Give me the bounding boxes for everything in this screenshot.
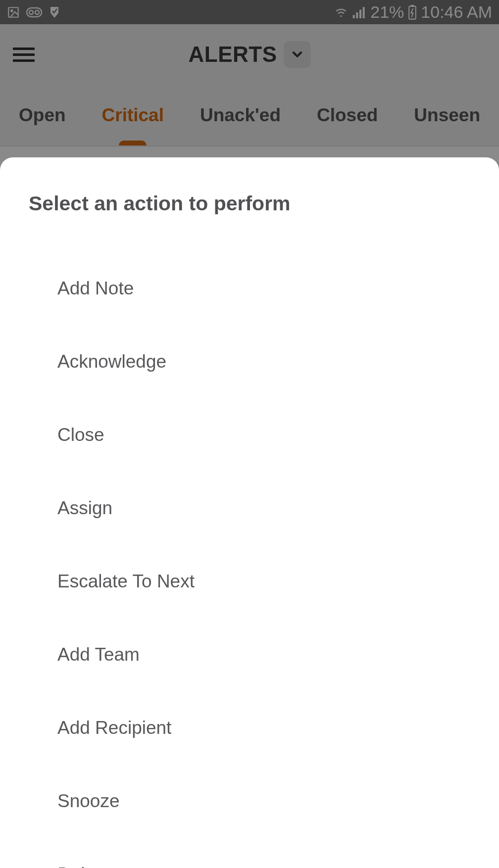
clock-time: 10:46 AM bbox=[421, 2, 492, 22]
tab-unseen[interactable]: Unseen bbox=[405, 105, 489, 126]
tab-unacked[interactable]: Unack'ed bbox=[191, 105, 290, 126]
svg-rect-10 bbox=[411, 5, 414, 6]
battery-charging-icon bbox=[408, 5, 417, 20]
tab-label: Unack'ed bbox=[200, 105, 281, 126]
tab-critical[interactable]: Critical bbox=[93, 105, 173, 126]
action-label: Delete bbox=[57, 864, 110, 868]
battery-percent: 21% bbox=[370, 2, 404, 22]
svg-point-4 bbox=[35, 10, 39, 14]
action-acknowledge[interactable]: Acknowledge bbox=[29, 325, 470, 398]
svg-point-1 bbox=[11, 10, 12, 11]
action-label: Acknowledge bbox=[57, 351, 166, 372]
status-bar: 21% 10:46 AM bbox=[0, 0, 499, 24]
action-label: Add Note bbox=[57, 278, 134, 298]
voicemail-icon bbox=[26, 7, 43, 18]
tab-closed[interactable]: Closed bbox=[308, 105, 387, 126]
svg-rect-7 bbox=[359, 9, 361, 18]
sheet-title: Select an action to perform bbox=[29, 192, 470, 215]
checkmark-icon bbox=[49, 6, 60, 19]
image-icon bbox=[7, 6, 20, 19]
svg-point-3 bbox=[29, 10, 33, 14]
action-label: Escalate To Next bbox=[57, 571, 195, 591]
signal-icon bbox=[352, 6, 366, 18]
chevron-down-icon bbox=[284, 41, 311, 68]
action-delete[interactable]: Delete bbox=[29, 838, 470, 868]
svg-rect-6 bbox=[356, 12, 358, 18]
tab-open[interactable]: Open bbox=[10, 105, 75, 126]
tab-label: Open bbox=[19, 105, 66, 126]
tab-label: Closed bbox=[317, 105, 378, 126]
action-label: Snooze bbox=[57, 791, 120, 811]
action-label: Add Recipient bbox=[57, 718, 171, 738]
page-title: ALERTS bbox=[189, 42, 277, 67]
action-label: Assign bbox=[57, 498, 112, 518]
action-label: Close bbox=[57, 425, 104, 445]
tab-bar: Open Critical Unack'ed Closed Unseen bbox=[0, 85, 499, 146]
tab-label: Unseen bbox=[414, 105, 480, 126]
tab-label: Critical bbox=[102, 105, 164, 126]
title-dropdown[interactable]: ALERTS bbox=[189, 41, 311, 68]
action-close[interactable]: Close bbox=[29, 398, 470, 472]
action-escalate[interactable]: Escalate To Next bbox=[29, 545, 470, 618]
menu-button[interactable] bbox=[13, 48, 35, 62]
action-add-recipient[interactable]: Add Recipient bbox=[29, 691, 470, 765]
svg-rect-0 bbox=[8, 7, 18, 17]
action-snooze[interactable]: Snooze bbox=[29, 765, 470, 838]
action-add-note[interactable]: Add Note bbox=[29, 252, 470, 325]
tab-indicator bbox=[119, 141, 147, 145]
sheet-list: Add Note Acknowledge Close Assign Escala… bbox=[29, 252, 470, 868]
svg-rect-8 bbox=[363, 7, 365, 18]
action-label: Add Team bbox=[57, 644, 140, 665]
wifi-icon bbox=[334, 6, 349, 18]
action-add-team[interactable]: Add Team bbox=[29, 618, 470, 691]
app-bar: ALERTS bbox=[0, 24, 499, 85]
svg-rect-5 bbox=[353, 15, 355, 18]
action-assign[interactable]: Assign bbox=[29, 472, 470, 545]
action-sheet: Select an action to perform Add Note Ack… bbox=[0, 157, 499, 868]
